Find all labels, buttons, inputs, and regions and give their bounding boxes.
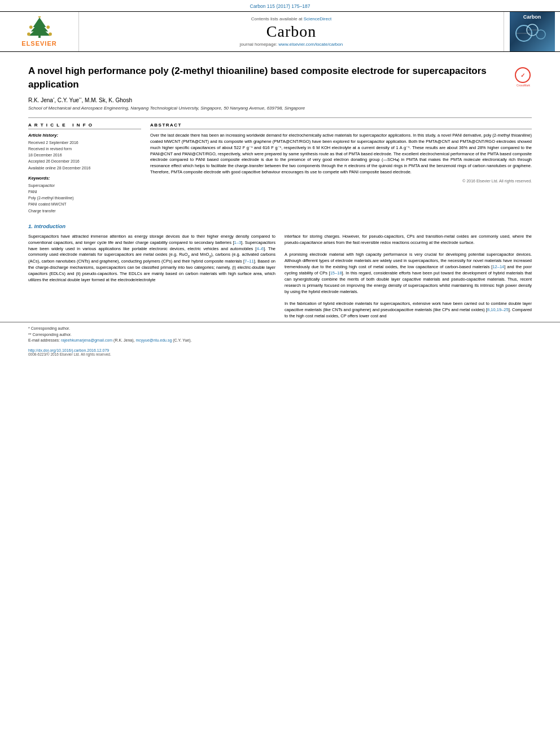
sciencedirect-prefix: Contents lists available at (251, 16, 304, 21)
svg-point-11 (536, 30, 545, 39)
keyword-1: Supercapacitor (28, 182, 141, 189)
footnote-star2: ** Corresponding author. (28, 332, 532, 338)
doi-link[interactable]: http://dx.doi.org/10.1016/j.carbon.2016.… (28, 348, 532, 352)
ref-15-18[interactable]: 15–18 (330, 270, 342, 276)
keyword-2: PANI (28, 189, 141, 195)
issn-text: 0008-6223/© 2016 Elsevier Ltd. All right… (28, 352, 532, 356)
citation-bar: Carbon 115 (2017) 175–187 (0, 0, 560, 10)
elsevier-logo-section: ELSEVIER (0, 12, 79, 51)
introduction-section: 1. Introduction Supercapacitors have att… (28, 223, 532, 320)
author-sup-2: ** (79, 97, 82, 101)
email1-link[interactable]: rajeehkumarjena@gmail.com (61, 338, 112, 342)
elsevier-logo-box: ELSEVIER (21, 16, 56, 47)
ref-8-10-19-25[interactable]: 8,10,19–25 (487, 307, 509, 312)
ref-12-14[interactable]: 12–14 (492, 264, 504, 269)
keyword-4: PANI coated MWCNT (28, 201, 141, 207)
ref-7-11[interactable]: 7–11 (244, 259, 254, 264)
crossmark-badge[interactable]: ✓ CrossMark (515, 67, 532, 84)
cover-journal-name: Carbon (523, 14, 541, 20)
svg-point-6 (27, 33, 30, 36)
journal-center-section: Contents lists available at ScienceDirec… (79, 12, 504, 51)
footnote-star1: * Corresponding author. (28, 326, 532, 332)
email-label: E-mail addresses: (28, 338, 60, 342)
article-info-abstract: A R T I C L E I N F O Article history: R… (28, 123, 532, 214)
crossmark-label: CrossMark (515, 84, 532, 87)
svg-point-5 (46, 25, 50, 29)
keyword-5: Charge transfer (28, 208, 141, 214)
abstract-header: ABSTRACT (150, 123, 532, 129)
journal-cover-image: Carbon (510, 12, 555, 51)
article-title-section: A novel high performance poly (2-methyl … (28, 53, 532, 97)
svg-point-7 (49, 33, 52, 36)
elsevier-tree-icon (23, 16, 56, 39)
intro-label: Introduction (34, 223, 65, 229)
journal-header: ELSEVIER Contents lists available at Sci… (0, 11, 560, 52)
history-label: Article history: (28, 133, 141, 138)
svg-point-4 (29, 25, 32, 29)
email2-name: (C.Y. Yue). (173, 338, 191, 342)
journal-title: Carbon (266, 23, 316, 41)
crossmark-icon[interactable]: ✓ (515, 67, 531, 83)
affiliation: School of Mechanical and Aerospace Engin… (28, 106, 532, 111)
sciencedirect-link[interactable]: ScienceDirect (304, 16, 331, 21)
homepage-link[interactable]: www.elsevier.com/locate/carbon (278, 42, 343, 47)
article-title: A novel high performance poly (2-methyl … (28, 64, 515, 91)
article-info-column: A R T I C L E I N F O Article history: R… (28, 123, 141, 214)
journal-cover-section: Carbon (504, 12, 560, 51)
sciencedirect-label: Contents lists available at ScienceDirec… (251, 16, 331, 21)
bottom-bar: http://dx.doi.org/10.1016/j.carbon.2016.… (0, 346, 560, 359)
accepted-date: Accepted 26 December 2016 (28, 158, 141, 164)
intro-two-col: Supercapacitors have attracted immense a… (28, 234, 532, 320)
divider-1 (28, 117, 532, 118)
main-content: A novel high performance poly (2-methyl … (0, 53, 560, 320)
abstract-column: ABSTRACT Over the last decade there has … (150, 123, 532, 214)
authors: R.K. Jena*, C.Y. Yue**, M.M. Sk, K. Ghos… (28, 97, 532, 103)
citation-text: Carbon 115 (2017) 175–187 (250, 3, 310, 9)
intro-col2: interface for storing charges. However, … (285, 234, 532, 320)
article-info-header: A R T I C L E I N F O (28, 123, 141, 129)
footnote-emails: E-mail addresses: rajeehkumarjena@gmail.… (28, 338, 532, 344)
cover-graphic (513, 22, 552, 45)
copyright-notice: © 2016 Elsevier Ltd. All rights reserved… (150, 179, 532, 183)
intro-title: 1. Introduction (28, 223, 532, 229)
abstract-text: Over the last decade there has been an i… (150, 133, 532, 176)
author-sup-1: * (53, 97, 54, 101)
email2-link[interactable]: mcyyue@ntu.edu.sg (135, 338, 172, 342)
elsevier-wordmark: ELSEVIER (21, 40, 56, 47)
received-revised-label: Received in revised form (28, 146, 141, 152)
received-date: Received 2 September 2016 (28, 139, 141, 146)
homepage-prefix: journal homepage: (240, 42, 279, 47)
ref-4-6[interactable]: 4–6 (256, 246, 264, 251)
intro-col1: Supercapacitors have attracted immense a… (28, 234, 275, 320)
page-wrapper: Carbon 115 (2017) 175–187 (0, 0, 560, 359)
keywords-label: Keywords: (28, 176, 141, 181)
available-date: Available online 28 December 2016 (28, 165, 141, 171)
journal-homepage: journal homepage: www.elsevier.com/locat… (240, 42, 343, 47)
intro-number: 1. (28, 223, 33, 229)
received-revised-date: 18 December 2016 (28, 152, 141, 158)
ref-1-3[interactable]: 1–3 (234, 240, 242, 245)
svg-point-8 (38, 16, 41, 18)
footnotes: * Corresponding author. ** Corresponding… (0, 322, 560, 345)
keyword-3: Poly (2-methyl thioaniline) (28, 195, 141, 201)
email1-name: (R.K. Jena), (113, 338, 134, 342)
